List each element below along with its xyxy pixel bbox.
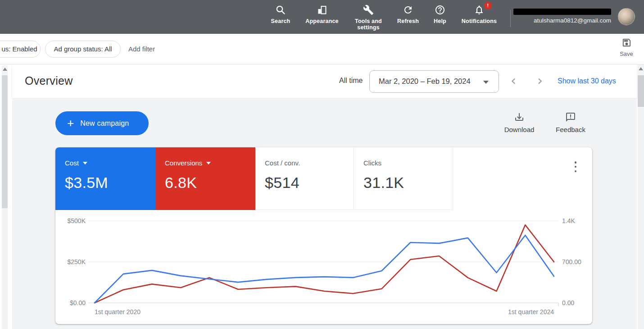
- y-left-tick-0: $0.00: [70, 299, 86, 306]
- x-tick-q1-2020: 1st quarter 2020: [95, 308, 141, 315]
- card-overflow-menu-button[interactable]: [571, 161, 580, 173]
- account-email[interactable]: atulsharma0812@gmail.com: [495, 17, 611, 24]
- scorecard-cost-per-conv-value: $514: [265, 174, 354, 192]
- nav-tools-settings-label: Tools and settings: [348, 18, 389, 31]
- conversions-line: [95, 225, 554, 303]
- show-last-30-days-link[interactable]: Show last 30 days: [558, 77, 616, 85]
- y-right-tick-700: 700.00: [562, 258, 581, 265]
- scorecard-conversions-value: 6.8K: [165, 174, 255, 192]
- nav-tools-settings[interactable]: Tools and settings: [348, 0, 389, 34]
- filter-chip-status-enabled[interactable]: us: Enabled: [0, 41, 41, 58]
- scorecard-cost-label: Cost: [65, 159, 79, 167]
- filter-chip-label: Ad group status: All: [54, 45, 112, 53]
- new-campaign-label: New campaign: [80, 119, 129, 128]
- left-scrollbar-thumb[interactable]: [2, 75, 8, 208]
- refresh-icon: [403, 5, 413, 15]
- search-icon: [275, 5, 286, 15]
- notifications-icon: [474, 5, 485, 15]
- chevron-down-icon: [483, 81, 489, 84]
- nav-help[interactable]: Help: [427, 0, 453, 34]
- account-name-redacted: [513, 9, 611, 15]
- notification-badge: !: [484, 2, 492, 9]
- nav-refresh-label: Refresh: [392, 18, 424, 24]
- cost-line: [95, 235, 554, 303]
- x-tick-q1-2024: 1st quarter 2024: [508, 308, 554, 315]
- filter-chip-ad-group-status[interactable]: Ad group status: All: [45, 41, 121, 58]
- feedback-button[interactable]: Feedback: [548, 112, 593, 133]
- save-icon: [621, 37, 632, 48]
- scorecard-clicks[interactable]: Clicks 31.1K: [354, 147, 453, 210]
- overview-header: Overview All time Mar 2, 2020 – Feb 19, …: [12, 64, 637, 98]
- filter-bar: us: Enabled Ad group status: All Add fil…: [0, 34, 644, 64]
- right-scrollbar-thumb[interactable]: [638, 75, 644, 107]
- download-icon: [514, 112, 525, 123]
- download-button[interactable]: Download: [497, 112, 542, 133]
- date-range-value: Mar 2, 2020 – Feb 19, 2024: [379, 77, 471, 86]
- save-button[interactable]: Save: [614, 37, 639, 57]
- scorecard-cost-value: $3.5M: [65, 174, 155, 192]
- appearance-icon: [317, 5, 327, 15]
- plus-icon: +: [67, 117, 74, 129]
- google-ads-overview-page: Search Appearance Tools and settings Ref…: [0, 0, 644, 329]
- nav-help-label: Help: [427, 18, 453, 24]
- date-range-preset-label: All time: [339, 77, 363, 85]
- overview-summary-card: Cost $3.5M Conversions 6.8K Cost / conv.…: [55, 147, 592, 324]
- new-campaign-button[interactable]: + New campaign: [55, 111, 149, 135]
- y-right-tick-0: 0.00: [562, 299, 574, 306]
- scorecard-cost-per-conv[interactable]: Cost / conv. $514: [255, 147, 354, 210]
- left-scrollbar[interactable]: [2, 65, 8, 329]
- help-icon: [435, 5, 445, 15]
- y-left-tick-500k: $500K: [68, 217, 86, 224]
- y-right-tick-1-4k: 1.4K: [562, 217, 575, 224]
- scorecard-clicks-label: Clicks: [363, 159, 381, 167]
- nav-appearance[interactable]: Appearance: [299, 0, 345, 34]
- scroll-up-arrow-icon[interactable]: [3, 68, 7, 71]
- chevron-down-icon[interactable]: [206, 162, 211, 164]
- chevron-down-icon[interactable]: [83, 162, 87, 164]
- scorecard-clicks-value: 31.1K: [363, 174, 453, 192]
- tools-icon: [363, 5, 374, 15]
- scroll-up-arrow-icon[interactable]: [639, 67, 643, 70]
- download-label: Download: [497, 126, 542, 133]
- y-left-tick-250k: $250K: [68, 258, 86, 265]
- scorecard-conversions[interactable]: Conversions 6.8K: [155, 147, 255, 210]
- scorecard-conversions-label: Conversions: [165, 159, 202, 167]
- add-filter-button[interactable]: Add filter: [128, 41, 155, 58]
- next-period-button[interactable]: ›: [532, 73, 548, 89]
- nav-refresh[interactable]: Refresh: [392, 0, 424, 34]
- nav-search-label: Search: [265, 18, 296, 24]
- top-app-bar: Search Appearance Tools and settings Ref…: [0, 0, 644, 34]
- scorecard-cost[interactable]: Cost $3.5M: [55, 147, 155, 210]
- previous-period-button[interactable]: ‹: [505, 73, 522, 89]
- save-label: Save: [614, 50, 639, 57]
- avatar[interactable]: [618, 8, 635, 25]
- nav-search[interactable]: Search: [265, 0, 296, 34]
- right-scrollbar[interactable]: [638, 64, 644, 329]
- feedback-icon: [565, 112, 576, 123]
- filter-chip-label: us: Enabled: [1, 45, 37, 53]
- nav-appearance-label: Appearance: [299, 18, 345, 24]
- date-range-selector[interactable]: Mar 2, 2020 – Feb 19, 2024: [369, 70, 499, 93]
- scorecard-cost-per-conv-label: Cost / conv.: [265, 159, 300, 167]
- page-title: Overview: [25, 74, 73, 87]
- feedback-label: Feedback: [548, 126, 593, 133]
